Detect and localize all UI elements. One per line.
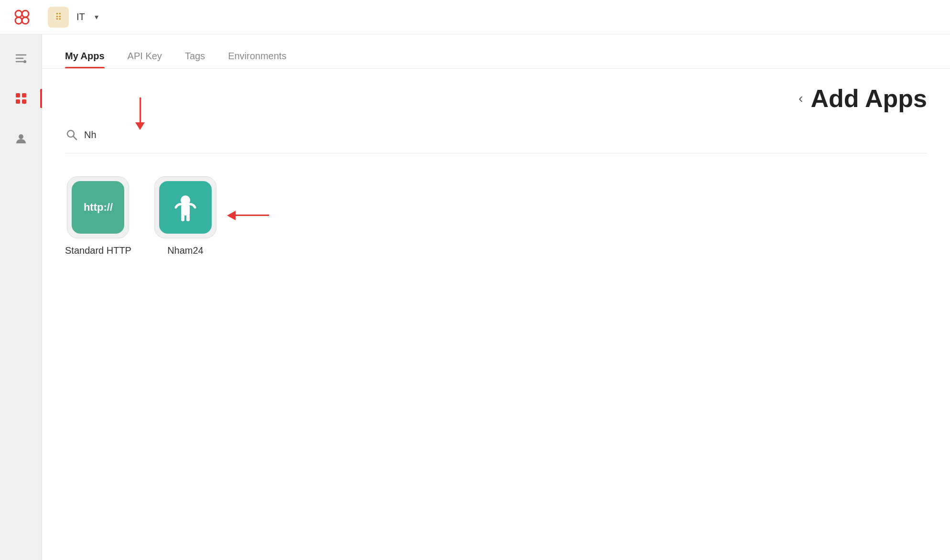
svg-rect-9 <box>22 93 26 97</box>
svg-point-3 <box>22 17 29 24</box>
annotation-right-arrow <box>227 211 269 220</box>
sidebar-item-menu[interactable] <box>9 46 33 71</box>
search-icon-wrap <box>65 128 78 141</box>
topbar: ⠿ IT ▾ <box>0 0 950 34</box>
tab-tags[interactable]: Tags <box>185 51 205 68</box>
app-icon-wrapper-http: http:// <box>67 176 129 238</box>
main-layout: ¢ My Apps API Key Tags Environments ‹ Ad… <box>0 34 950 560</box>
workspace-chevron-icon[interactable]: ▾ <box>95 12 98 22</box>
svg-rect-19 <box>186 215 190 221</box>
http-icon-text: http:// <box>84 201 113 214</box>
app-item-nham24[interactable]: Nham24 <box>154 176 216 256</box>
svg-rect-10 <box>16 99 20 104</box>
add-apps-title: Add Apps <box>810 84 927 113</box>
logo <box>11 7 32 28</box>
workspace-badge: ⠿ <box>48 7 69 28</box>
app-icon-http: http:// <box>72 181 124 234</box>
svg-line-15 <box>74 137 77 140</box>
svg-rect-18 <box>181 215 184 221</box>
app-icon-wrapper-nham24 <box>154 176 216 238</box>
right-arrow-shaft <box>236 215 269 216</box>
tab-api-key[interactable]: API Key <box>128 51 162 68</box>
sidebar: ¢ <box>0 34 42 560</box>
svg-rect-8 <box>16 93 20 97</box>
app-label-nham24: Nham24 <box>167 245 204 256</box>
search-area <box>42 128 950 153</box>
add-apps-bar: ‹ Add Apps <box>42 69 950 128</box>
apps-grid: http:// Standard HTTP <box>42 153 950 279</box>
arrow-shaft <box>140 97 141 122</box>
search-icon <box>65 128 78 141</box>
right-arrow-tip <box>227 211 236 220</box>
tab-environments[interactable]: Environments <box>228 51 286 68</box>
app-item-standard-http[interactable]: http:// Standard HTTP <box>65 176 131 256</box>
sidebar-item-user[interactable] <box>9 126 33 151</box>
content-area: My Apps API Key Tags Environments ‹ Add … <box>42 34 950 560</box>
arrow-tip <box>135 122 145 130</box>
search-input[interactable] <box>84 129 180 140</box>
svg-point-2 <box>15 17 22 24</box>
active-indicator <box>40 89 42 108</box>
workspace-name[interactable]: IT <box>76 11 85 22</box>
app-label-standard-http: Standard HTTP <box>65 245 131 256</box>
tab-my-apps[interactable]: My Apps <box>65 51 105 68</box>
app-icon-nham24 <box>159 181 212 234</box>
annotation-down-arrow <box>135 97 145 130</box>
sidebar-item-apps[interactable]: ¢ <box>9 86 33 111</box>
svg-point-0 <box>15 11 22 17</box>
svg-rect-17 <box>181 205 190 215</box>
nham24-svg-icon <box>169 191 202 224</box>
svg-point-13 <box>19 134 23 139</box>
svg-point-1 <box>22 11 29 17</box>
tabs-bar: My Apps API Key Tags Environments <box>42 34 950 69</box>
back-button[interactable]: ‹ <box>799 91 803 106</box>
svg-point-7 <box>23 60 26 63</box>
svg-text:¢: ¢ <box>23 100 26 105</box>
workspace-badge-icon: ⠿ <box>55 11 62 23</box>
